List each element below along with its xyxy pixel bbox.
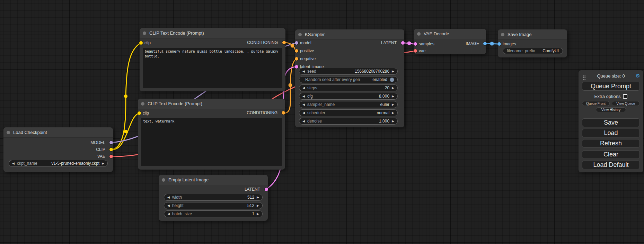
denoise-widget[interactable]: ◀ denoise 1.000 ▶ xyxy=(299,118,398,125)
extra-options-checkbox[interactable] xyxy=(623,94,627,99)
increment-arrow-icon[interactable]: ▶ xyxy=(102,160,104,166)
node-title-bar[interactable]: Empty Latent Image xyxy=(159,175,268,185)
collapse-dot-icon[interactable] xyxy=(501,33,504,36)
decrement-arrow-icon[interactable]: ◀ xyxy=(167,202,170,209)
node-title-bar[interactable]: Save Image xyxy=(498,29,567,40)
widget-label: Random seed after every gen xyxy=(305,77,360,82)
queue-prompt-button[interactable]: Queue Prompt xyxy=(582,82,640,91)
batch-size-widget[interactable]: ◀ batch_size 1 ▶ xyxy=(164,210,263,217)
view-queue-button[interactable]: View Queue xyxy=(612,101,640,106)
node-empty-latent-image[interactable]: Empty Latent Image LATENT ◀ width 512 ▶ … xyxy=(159,175,268,221)
seed-widget[interactable]: ◀ seed 156680208700286 ▶ xyxy=(299,68,398,75)
toggle-dot-icon[interactable] xyxy=(390,78,394,82)
widget-label: filename_prefix xyxy=(507,48,535,53)
height-widget[interactable]: ◀ height 512 ▶ xyxy=(164,202,263,209)
input-port-model[interactable] xyxy=(295,41,298,45)
width-widget[interactable]: ◀ width 512 ▶ xyxy=(164,194,263,201)
collapse-dot-icon[interactable] xyxy=(162,178,165,182)
load-button[interactable]: Load xyxy=(582,129,640,137)
input-port-vae[interactable] xyxy=(414,49,417,53)
output-port-latent[interactable] xyxy=(401,41,405,45)
refresh-button[interactable]: Refresh xyxy=(582,139,640,148)
node-title-bar[interactable]: CLIP Text Encode (Prompt) xyxy=(140,28,285,38)
node-load-checkpoint[interactable]: Load Checkpoint MODEL CLIP VAE ◀ ckpt_na… xyxy=(3,127,113,172)
output-port-conditioning[interactable] xyxy=(282,111,285,115)
increment-arrow-icon[interactable]: ▶ xyxy=(257,211,259,217)
input-port-clip[interactable] xyxy=(139,41,143,45)
prompt-textarea[interactable]: beautiful scenery nature glass bottle la… xyxy=(143,48,282,88)
decrement-arrow-icon[interactable]: ◀ xyxy=(12,160,15,166)
output-port-clip[interactable] xyxy=(109,148,113,151)
input-port-latent-image[interactable] xyxy=(295,65,298,69)
filename-prefix-widget[interactable]: filename_prefix ComfyUI xyxy=(503,48,563,54)
widget-value: 1 xyxy=(252,211,254,216)
output-port-vae[interactable] xyxy=(109,155,113,158)
load-default-button[interactable]: Load Default xyxy=(582,161,640,169)
collapse-dot-icon[interactable] xyxy=(417,32,421,36)
link-midpoint-dot xyxy=(490,42,494,46)
decrement-arrow-icon[interactable]: ◀ xyxy=(302,118,305,124)
scheduler-widget[interactable]: ◀ scheduler normal ▶ xyxy=(299,109,398,116)
widget-label: seed xyxy=(307,69,316,74)
collapse-dot-icon[interactable] xyxy=(143,31,146,35)
decrement-arrow-icon[interactable]: ◀ xyxy=(302,110,305,116)
input-port-negative[interactable] xyxy=(295,57,298,61)
steps-widget[interactable]: ◀ steps 20 ▶ xyxy=(299,84,398,91)
increment-arrow-icon[interactable]: ▶ xyxy=(392,110,394,116)
node-ksampler[interactable]: KSampler model positive negative latent_… xyxy=(295,29,404,127)
output-port-model[interactable] xyxy=(109,141,113,144)
clear-button[interactable]: Clear xyxy=(582,150,640,159)
node-title-bar[interactable]: CLIP Text Encode (Prompt) xyxy=(138,99,285,109)
increment-arrow-icon[interactable]: ▶ xyxy=(392,118,394,124)
widget-value: normal xyxy=(377,110,389,115)
input-port-samples[interactable] xyxy=(414,42,417,46)
view-history-button[interactable]: View History xyxy=(596,107,626,112)
collapse-dot-icon[interactable] xyxy=(298,33,302,36)
output-port-latent[interactable] xyxy=(265,188,268,191)
input-port-positive[interactable] xyxy=(295,49,298,53)
increment-arrow-icon[interactable]: ▶ xyxy=(392,101,394,108)
collapse-dot-icon[interactable] xyxy=(7,131,10,134)
sampler-name-widget[interactable]: ◀ sampler_name euler ▶ xyxy=(299,101,398,108)
output-label-conditioning: CONDITIONING xyxy=(247,40,278,45)
output-port-conditioning[interactable] xyxy=(282,41,286,44)
decrement-arrow-icon[interactable]: ◀ xyxy=(167,211,170,217)
queue-front-button[interactable]: Queue Front xyxy=(582,101,610,106)
output-port-image[interactable] xyxy=(483,42,487,45)
wire-cond1-to-positive xyxy=(284,43,297,51)
decrement-arrow-icon[interactable]: ◀ xyxy=(302,101,305,108)
increment-arrow-icon[interactable]: ▶ xyxy=(392,85,394,91)
gear-icon[interactable]: ⚙ xyxy=(636,73,640,79)
node-clip-text-encode-negative[interactable]: CLIP Text Encode (Prompt) clip CONDITION… xyxy=(138,99,285,170)
node-clip-text-encode-positive[interactable]: CLIP Text Encode (Prompt) clip CONDITION… xyxy=(140,28,285,91)
widget-label: batch_size xyxy=(172,211,192,216)
random-seed-toggle-widget[interactable]: Random seed after every gen enabled xyxy=(299,76,398,83)
increment-arrow-icon[interactable]: ▶ xyxy=(257,194,259,200)
node-graph-canvas[interactable]: Load Checkpoint MODEL CLIP VAE ◀ ckpt_na… xyxy=(0,0,644,244)
decrement-arrow-icon[interactable]: ◀ xyxy=(167,194,170,200)
node-title: Save Image xyxy=(508,32,531,37)
increment-arrow-icon[interactable]: ▶ xyxy=(392,68,394,74)
node-vae-decode[interactable]: VAE Decode samples vae IMAGE xyxy=(414,29,486,54)
ckpt-name-widget[interactable]: ◀ ckpt_name v1-5-pruned-emaonly.ckpt ▶ xyxy=(9,160,108,167)
node-title-bar[interactable]: VAE Decode xyxy=(414,29,486,39)
node-save-image[interactable]: Save Image images filename_prefix ComfyU… xyxy=(498,29,567,57)
cfg-widget[interactable]: ◀ cfg 8.000 ▶ xyxy=(299,93,398,100)
node-title-bar[interactable]: Load Checkpoint xyxy=(3,127,113,138)
increment-arrow-icon[interactable]: ▶ xyxy=(392,93,394,99)
node-title-bar[interactable]: KSampler xyxy=(295,29,404,40)
save-button[interactable]: Save xyxy=(582,118,640,127)
collapse-dot-icon[interactable] xyxy=(141,102,144,106)
decrement-arrow-icon[interactable]: ◀ xyxy=(302,85,305,91)
widget-value: v1-5-pruned-emaonly.ckpt xyxy=(52,161,100,166)
decrement-arrow-icon[interactable]: ◀ xyxy=(302,68,305,74)
queue-panel[interactable]: Queue size: 0 ⚙ Queue Prompt Extra optio… xyxy=(579,70,643,172)
wire-clip-to-clip2 xyxy=(111,113,139,150)
input-label-clip: clip xyxy=(143,110,149,116)
input-port-clip[interactable] xyxy=(138,111,141,115)
increment-arrow-icon[interactable]: ▶ xyxy=(257,202,259,209)
decrement-arrow-icon[interactable]: ◀ xyxy=(302,93,305,99)
prompt-textarea[interactable]: text, watermark xyxy=(141,118,282,166)
input-port-images[interactable] xyxy=(497,42,501,46)
link-midpoint-dot xyxy=(289,83,292,87)
